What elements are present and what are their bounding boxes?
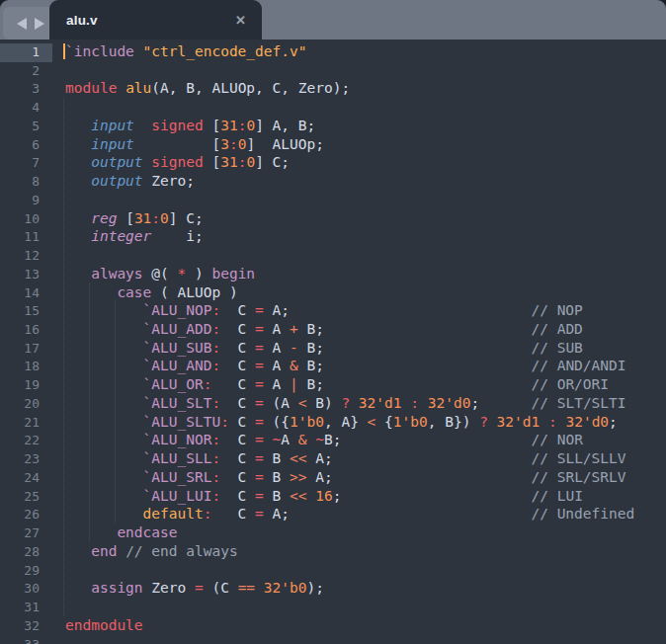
code-line-5[interactable]: 5 input signed [31:0] A, B; [0,117,666,135]
code-line-8[interactable]: 8 output Zero; [0,172,666,191]
code-token: = [255,450,264,466]
line-number[interactable]: 4 [0,99,52,118]
code-line-15[interactable]: 15 `ALU_NOP: C = A; // NOP [0,301,666,320]
code-line-30[interactable]: 30 assign Zero = (C == 32'b0); [0,579,666,598]
line-number[interactable]: 19 [0,376,52,395]
code-line-6[interactable]: 6 input [3:0] ALUOp; [0,135,666,154]
code-token: [ [117,210,133,226]
code-line-28[interactable]: 28 end // end always [0,542,666,561]
line-number[interactable]: 9 [0,192,52,210]
code-editor[interactable]: 1`include "ctrl_encode_def.v"23module al… [0,40,666,644]
line-number[interactable]: 13 [0,266,52,284]
line-number[interactable]: 30 [0,580,52,599]
tab-alu-v[interactable]: alu.v ✕ [49,0,262,40]
code-token: B; [298,358,324,373]
code-line-26[interactable]: 26 default: C = A; // Undefined [0,505,666,523]
code-line-4[interactable]: 4 [0,98,666,117]
code-line-25[interactable]: 25 `ALU_LUI: C = B << 16; // LUI [0,487,666,506]
nav-back-icon[interactable] [17,18,27,30]
code-token: alu [125,80,151,96]
code-line-10[interactable]: 10 reg [31:0] C; [0,209,666,228]
code-line-11[interactable]: 11 integer i; [0,227,666,246]
line-number[interactable]: 33 [0,636,52,644]
code-line-31[interactable]: 31 [0,598,666,616]
line-number[interactable]: 5 [0,118,52,136]
code-line-16[interactable]: 16 `ALU_ADD: C = A + B; // ADD [0,320,666,339]
line-number[interactable]: 11 [0,228,52,247]
code-token: C [220,321,255,337]
line-number[interactable]: 7 [0,154,52,173]
code-token: 16 [315,488,332,504]
code-line-13[interactable]: 13 always @( * ) begin [0,265,666,283]
code-token: input [91,136,134,152]
code-line-27[interactable]: 27 endcase [0,523,666,542]
line-number[interactable]: 18 [0,358,52,376]
code-line-33[interactable]: 33 [0,635,666,644]
code-line-3[interactable]: 3module alu(A, B, ALUOp, C, Zero); [0,79,666,98]
text-caret [63,43,65,59]
code-token: // NOP [531,302,582,318]
line-number[interactable]: 29 [0,562,52,581]
code-line-18[interactable]: 18 `ALU_AND: C = A & B; // AND/ANDI [0,357,666,375]
code-token [324,358,532,373]
line-number[interactable]: 31 [0,599,52,617]
code-token: Zero; [143,173,195,189]
code-token: >> [290,469,306,485]
code-token: (A, B, ALUOp, C, Zero); [151,80,350,96]
code-content[interactable]: 1`include "ctrl_encode_def.v"23module al… [0,40,666,644]
line-number[interactable]: 23 [0,450,52,469]
code-token [65,488,143,504]
code-line-12[interactable]: 12 [0,246,666,265]
code-line-20[interactable]: 20 `ALU_SLT: C = (A < B) ? 32'd1 : 32'd0… [0,394,666,413]
line-number[interactable]: 22 [0,432,52,450]
line-number[interactable]: 16 [0,321,52,340]
line-number[interactable]: 26 [0,506,52,524]
line-number[interactable]: 32 [0,617,52,636]
line-number[interactable]: 3 [0,80,52,99]
code-line-2[interactable]: 2 [0,61,666,80]
code-token [341,488,531,504]
line-number[interactable]: 25 [0,488,52,507]
line-number[interactable]: 14 [0,284,52,303]
code-token: C [220,395,255,411]
code-token: ); [307,580,324,596]
line-number[interactable]: 24 [0,469,52,488]
code-token: module [65,80,117,96]
code-token [306,488,315,504]
code-token [290,302,531,318]
code-token: 32'd0 [565,414,609,430]
line-number[interactable]: 12 [0,247,52,266]
line-number[interactable]: 20 [0,395,52,414]
code-token [65,228,91,244]
code-line-24[interactable]: 24 `ALU_SRL: C = B >> A; // SRL/SRLV [0,468,666,487]
code-token: ; [609,414,618,430]
tab-close-icon[interactable]: ✕ [235,13,246,28]
code-line-17[interactable]: 17 `ALU_SUB: C = A - B; // SUB [0,339,666,358]
code-line-14[interactable]: 14 case ( ALUOp ) [0,283,666,302]
code-line-1[interactable]: 1`include "ctrl_encode_def.v" [0,42,666,61]
line-number[interactable]: 6 [0,136,52,155]
code-line-9[interactable]: 9 [0,191,666,209]
code-line-21[interactable]: 21 `ALU_SLTU: C = ({1'b0, A} < {1'b0, B}… [0,413,666,432]
nav-forward-icon[interactable] [35,18,44,30]
code-token: + [290,321,298,337]
line-number[interactable]: 27 [0,524,52,543]
code-token: : [211,432,220,447]
code-line-19[interactable]: 19 `ALU_OR: C = A | B; // OR/ORI [0,375,666,394]
code-line-32[interactable]: 32endmodule [0,616,666,635]
code-token [306,432,315,447]
line-number[interactable]: 17 [0,340,52,359]
line-number[interactable]: 8 [0,173,52,192]
code-token: 3 [220,136,229,152]
code-token [65,469,143,485]
code-line-29[interactable]: 29 [0,561,666,580]
line-number[interactable]: 10 [0,210,52,229]
line-number[interactable]: 21 [0,414,52,433]
line-number[interactable]: 2 [0,62,52,81]
line-number[interactable]: 15 [0,302,52,321]
code-line-23[interactable]: 23 `ALU_SLL: C = B << A; // SLL/SLLV [0,449,666,468]
code-line-7[interactable]: 7 output signed [31:0] C; [0,153,666,172]
line-number[interactable]: 1 [0,43,52,62]
code-line-22[interactable]: 22 `ALU_NOR: C = ~A & ~B; // NOR [0,431,666,449]
line-number[interactable]: 28 [0,543,52,562]
